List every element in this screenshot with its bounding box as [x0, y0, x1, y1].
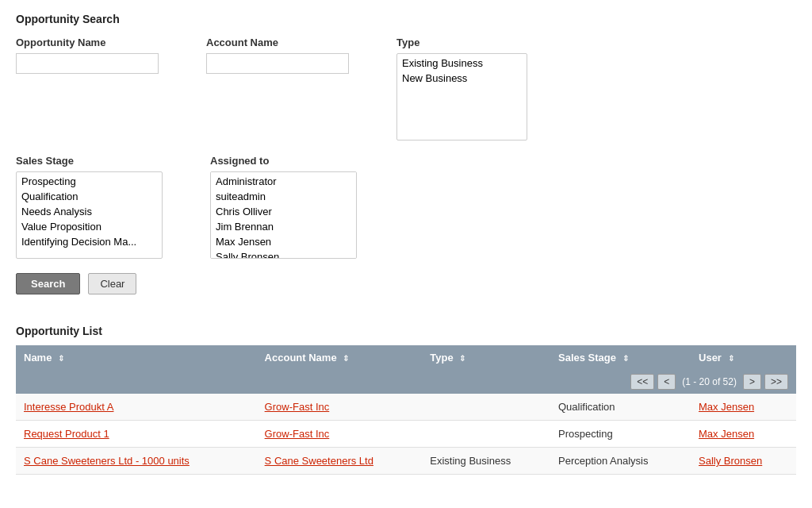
col-header-name[interactable]: Name ⇕	[16, 345, 257, 370]
row3-name-cell: S Cane Sweeteners Ltd - 1000 units	[16, 448, 257, 475]
row2-stage-cell: Prospecting	[550, 421, 691, 448]
stage-option-value-proposition[interactable]: Value Proposition	[18, 219, 160, 234]
sales-stage-select[interactable]: Prospecting Qualification Needs Analysis…	[16, 171, 163, 259]
col-header-type[interactable]: Type ⇕	[422, 345, 550, 370]
opportunity-table: Name ⇕ Account Name ⇕ Type ⇕ Sales Stage…	[16, 345, 796, 475]
assignee-sally[interactable]: Sally Bronsen	[213, 249, 354, 259]
row2-user-cell: Max Jensen	[691, 421, 796, 448]
row2-name-cell: Request Product 1	[16, 421, 257, 448]
row3-type-cell: Existing Business	[422, 448, 550, 475]
search-form: Opportunity Search Opportunity Name Acco…	[16, 13, 796, 325]
type-group: Type Existing Business New Business	[396, 37, 527, 140]
opportunity-name-label: Opportunity Name	[16, 37, 159, 48]
form-row-2: Sales Stage Prospecting Qualification Ne…	[16, 155, 796, 259]
last-page-button[interactable]: >>	[764, 374, 788, 390]
row3-account-link[interactable]: S Cane Sweeteners Ltd	[265, 455, 373, 467]
stage-option-identifying[interactable]: Identifying Decision Ma...	[18, 234, 160, 249]
next-page-button[interactable]: >	[743, 374, 761, 390]
account-sort-icon[interactable]: ⇕	[343, 354, 349, 363]
table-header-row: Name ⇕ Account Name ⇕ Type ⇕ Sales Stage…	[16, 345, 796, 370]
row1-account-link[interactable]: Grow-Fast Inc	[265, 401, 330, 413]
stage-option-qualification[interactable]: Qualification	[18, 189, 160, 204]
row3-name-link[interactable]: S Cane Sweeteners Ltd - 1000 units	[24, 455, 190, 467]
col-user-label: User	[699, 352, 722, 364]
assignee-administrator[interactable]: Administrator	[213, 174, 354, 189]
account-name-label: Account Name	[206, 37, 349, 48]
row3-account-cell: S Cane Sweeteners Ltd	[257, 448, 423, 475]
pagination-controls: << < (1 - 20 of 52) > >>	[630, 374, 788, 390]
row2-user-link[interactable]: Max Jensen	[699, 428, 754, 440]
button-row: Search Clear	[16, 273, 796, 294]
search-button[interactable]: Search	[16, 273, 80, 294]
name-sort-icon[interactable]: ⇕	[58, 354, 64, 363]
search-section-title: Opportunity Search	[16, 13, 796, 25]
stage-option-needs-analysis[interactable]: Needs Analysis	[18, 204, 160, 219]
row1-user-cell: Max Jensen	[691, 394, 796, 421]
list-section-title: Opportunity List	[16, 325, 796, 337]
sales-stage-group: Sales Stage Prospecting Qualification Ne…	[16, 155, 163, 259]
row1-account-cell: Grow-Fast Inc	[257, 394, 423, 421]
sales-stage-label: Sales Stage	[16, 155, 163, 167]
opportunity-name-input[interactable]	[16, 53, 159, 74]
col-stage-label: Sales Stage	[558, 352, 616, 364]
opportunity-name-group: Opportunity Name	[16, 37, 159, 74]
assigned-to-select[interactable]: Administrator suiteadmin Chris Olliver J…	[210, 171, 357, 259]
user-sort-icon[interactable]: ⇕	[728, 354, 734, 363]
row2-account-link[interactable]: Grow-Fast Inc	[265, 428, 330, 440]
row1-name-link[interactable]: Interesse Produkt A	[24, 401, 113, 413]
col-name-label: Name	[24, 352, 52, 364]
row2-name-link[interactable]: Request Product 1	[24, 428, 109, 440]
table-row: S Cane Sweeteners Ltd - 1000 units S Can…	[16, 448, 796, 475]
row1-type-cell	[422, 394, 550, 421]
table-row: Interesse Produkt A Grow-Fast Inc Qualif…	[16, 394, 796, 421]
row3-user-link[interactable]: Sally Bronsen	[699, 455, 762, 467]
type-option-new[interactable]: New Business	[399, 71, 525, 86]
stage-option-prospecting[interactable]: Prospecting	[18, 174, 160, 189]
page-info: (1 - 20 of 52)	[682, 376, 737, 387]
stage-sort-icon[interactable]: ⇕	[622, 354, 629, 363]
clear-button[interactable]: Clear	[88, 273, 136, 294]
first-page-button[interactable]: <<	[630, 374, 654, 390]
account-name-input[interactable]	[206, 53, 349, 74]
col-type-label: Type	[430, 352, 453, 364]
row1-user-link[interactable]: Max Jensen	[699, 401, 754, 413]
assignee-suiteadmin[interactable]: suiteadmin	[213, 189, 354, 204]
row2-account-cell: Grow-Fast Inc	[257, 421, 423, 448]
type-option-existing[interactable]: Existing Business	[399, 56, 525, 71]
table-row: Request Product 1 Grow-Fast Inc Prospect…	[16, 421, 796, 448]
col-header-account-name[interactable]: Account Name ⇕	[257, 345, 423, 370]
list-section: Opportunity List Name ⇕ Account Name ⇕ T…	[16, 325, 796, 475]
type-sort-icon[interactable]: ⇕	[459, 354, 465, 363]
table-body: Interesse Produkt A Grow-Fast Inc Qualif…	[16, 394, 796, 475]
row2-type-cell	[422, 421, 550, 448]
assignee-max[interactable]: Max Jensen	[213, 234, 354, 249]
assigned-to-label: Assigned to	[210, 155, 357, 167]
row1-stage-cell: Qualification	[550, 394, 691, 421]
col-header-user[interactable]: User ⇕	[691, 345, 796, 370]
form-row-1: Opportunity Name Account Name Type Exist…	[16, 37, 796, 140]
assignee-jim[interactable]: Jim Brennan	[213, 219, 354, 234]
prev-page-button[interactable]: <	[657, 374, 676, 390]
page-container: Opportunity Search Opportunity Name Acco…	[0, 0, 812, 508]
type-label: Type	[396, 37, 527, 48]
col-header-sales-stage[interactable]: Sales Stage ⇕	[550, 345, 691, 370]
type-select[interactable]: Existing Business New Business	[396, 53, 527, 140]
pagination-row: << < (1 - 20 of 52) > >>	[16, 370, 796, 394]
assigned-to-group: Assigned to Administrator suiteadmin Chr…	[210, 155, 357, 259]
row3-user-cell: Sally Bronsen	[691, 448, 796, 475]
assignee-chris[interactable]: Chris Olliver	[213, 204, 354, 219]
col-account-label: Account Name	[265, 352, 337, 364]
row3-stage-cell: Perception Analysis	[550, 448, 691, 475]
account-name-group: Account Name	[206, 37, 349, 74]
row1-name-cell: Interesse Produkt A	[16, 394, 257, 421]
